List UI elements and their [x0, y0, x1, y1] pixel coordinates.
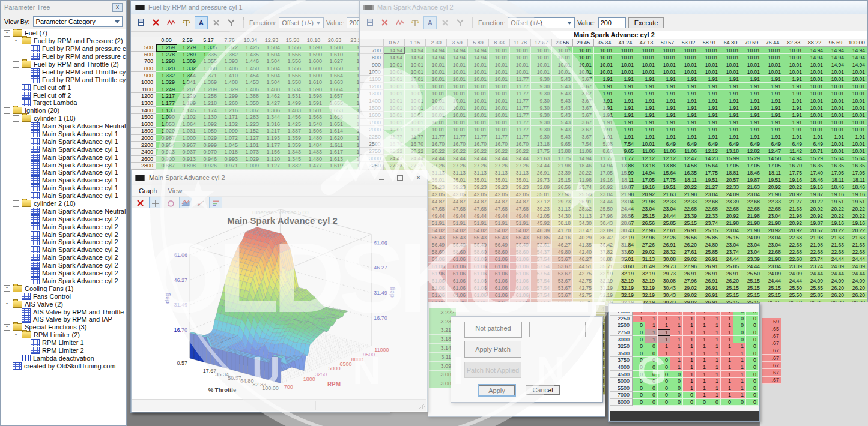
- table-cell[interactable]: 1.355: [198, 58, 219, 65]
- table-cell[interactable]: 1.91: [636, 97, 657, 104]
- row-header[interactable]: 2250: [360, 133, 384, 140]
- table-cell[interactable]: 26.20: [720, 277, 741, 284]
- tree-expander-icon[interactable]: -: [4, 107, 10, 114]
- table-cell[interactable]: 5.43: [552, 104, 573, 112]
- table-cell[interactable]: 16.70: [447, 140, 468, 148]
- table-cell[interactable]: 25.15: [678, 220, 699, 227]
- table-cell[interactable]: 1.91: [594, 126, 615, 133]
- table-cell[interactable]: 11.77: [426, 133, 447, 140]
- row-header[interactable]: 5000: [610, 378, 633, 385]
- table-cell[interactable]: 10.01: [741, 61, 762, 68]
- table-cell[interactable]: 15.29: [741, 155, 762, 162]
- table-cell[interactable]: 20.57: [804, 227, 825, 234]
- table-cell[interactable]: 1: [645, 322, 658, 329]
- table-cell[interactable]: 10.01: [636, 61, 657, 68]
- table-cell[interactable]: 1: [733, 350, 746, 358]
- table-cell[interactable]: 6.49: [741, 140, 762, 148]
- table-cell[interactable]: 54.02: [468, 227, 489, 234]
- table-cell[interactable]: 1.91: [657, 126, 678, 133]
- parameter-tree-titlebar[interactable]: Parameter Tree x: [1, 1, 126, 14]
- table-cell[interactable]: 1.217: [261, 128, 282, 135]
- table-cell[interactable]: 11.77: [384, 133, 405, 140]
- table-cell[interactable]: 53.67: [552, 270, 573, 277]
- table-cell[interactable]: 1: [683, 316, 696, 323]
- table-cell[interactable]: 1.127: [261, 163, 282, 170]
- table-cell[interactable]: 9.30: [531, 133, 552, 140]
- table-cell[interactable]: 31.13: [489, 169, 510, 176]
- table-cell[interactable]: 1: [733, 378, 746, 385]
- table-cell[interactable]: 24.44: [489, 155, 510, 162]
- tree-item[interactable]: Main Spark Advance Neutral cyl 2: [1, 207, 126, 215]
- table-cell[interactable]: 14.23: [699, 155, 720, 162]
- table-cell[interactable]: 20.22: [825, 212, 846, 220]
- table-cell[interactable]: 20.22: [846, 205, 867, 212]
- row-header[interactable]: 800: [131, 65, 156, 73]
- row-header[interactable]: 3250: [360, 162, 384, 169]
- table-cell[interactable]: 1.91: [594, 90, 615, 97]
- table-cell[interactable]: 1.504: [261, 72, 282, 79]
- table-cell[interactable]: 23.04: [720, 227, 741, 234]
- table-cell[interactable]: 0: [658, 357, 670, 364]
- table-cell[interactable]: 42.05: [489, 191, 510, 198]
- table-cell[interactable]: 10.01: [804, 90, 825, 97]
- table-cell[interactable]: 1.658: [324, 114, 345, 121]
- table-cell[interactable]: 22.33: [699, 212, 720, 220]
- table-cell[interactable]: 0.993: [219, 156, 240, 163]
- table-cell[interactable]: 25.50: [594, 205, 615, 212]
- table-cell[interactable]: 1.031: [177, 128, 198, 135]
- table-cell[interactable]: 39.23: [510, 184, 531, 191]
- table-cell[interactable]: 36.42: [594, 241, 615, 248]
- table-cell[interactable]: 1.388: [240, 93, 261, 100]
- table-cell[interactable]: 9.30: [531, 90, 552, 97]
- table-cell[interactable]: 1: [696, 364, 708, 371]
- table-cell[interactable]: 1.371: [198, 72, 219, 79]
- table-cell[interactable]: 21.63: [846, 234, 867, 241]
- table-cell[interactable]: 1.91: [762, 112, 783, 119]
- table-cell[interactable]: 1.91: [657, 112, 678, 119]
- table-cell[interactable]: 55.43: [510, 234, 531, 241]
- table-cell[interactable]: 41.35: [573, 241, 594, 248]
- table-cell[interactable]: 0: [733, 399, 746, 406]
- close-icon[interactable]: x: [112, 3, 123, 12]
- table-cell[interactable]: 24.44: [783, 277, 804, 284]
- table-cell[interactable]: 32.19: [594, 277, 615, 284]
- table-cell[interactable]: 10.01: [825, 90, 846, 97]
- table-cell[interactable]: 1: [683, 364, 696, 371]
- table-cell[interactable]: 53.67: [552, 284, 573, 292]
- row-header[interactable]: 1800: [360, 119, 384, 126]
- table-cell[interactable]: 10.01: [783, 47, 804, 54]
- table-cell[interactable]: 16.35: [804, 162, 825, 169]
- table-cell[interactable]: 10.01: [804, 104, 825, 112]
- table-cell[interactable]: 1.91: [594, 83, 615, 90]
- table-cell[interactable]: 51.91: [468, 220, 489, 227]
- table-cell[interactable]: 1.480: [303, 135, 324, 142]
- tree-item[interactable]: Main Spark Advance cyl 1: [1, 153, 126, 161]
- branch-icon[interactable]: [225, 16, 238, 29]
- table-cell[interactable]: 1.91: [783, 112, 804, 119]
- table-cell[interactable]: 9.65: [615, 148, 636, 155]
- table-cell[interactable]: 42.40: [573, 248, 594, 256]
- table-cell[interactable]: 1: [658, 343, 670, 350]
- table-cell[interactable]: 1.382: [219, 52, 240, 59]
- table-cell[interactable]: 1.101: [240, 142, 261, 149]
- table-cell[interactable]: 47.68: [426, 205, 447, 212]
- table-cell[interactable]: 61.06: [468, 292, 489, 299]
- table-cell[interactable]: 1.483: [303, 149, 324, 156]
- table-cell[interactable]: 61.06: [447, 292, 468, 299]
- table-cell[interactable]: 9.65: [552, 140, 573, 148]
- col-header[interactable]: 41.24: [615, 39, 636, 47]
- table-cell[interactable]: 9.30: [531, 104, 552, 112]
- table-cell[interactable]: 10.01: [657, 61, 678, 68]
- table-cell[interactable]: 32.19: [636, 292, 657, 299]
- table-cell[interactable]: 1: [670, 343, 683, 350]
- table-cell[interactable]: 19.16: [636, 184, 657, 191]
- table-cell[interactable]: 10.01: [699, 47, 720, 54]
- tree-item[interactable]: -RPM Limiter (2): [1, 331, 126, 339]
- table-cell[interactable]: 1: [658, 336, 670, 343]
- table-cell[interactable]: 0: [658, 364, 670, 371]
- save-icon[interactable]: [363, 16, 377, 29]
- table-cell[interactable]: 24.44: [405, 155, 426, 162]
- col-header[interactable]: 5.17: [198, 37, 219, 44]
- table-cell[interactable]: 1.91: [615, 83, 636, 90]
- table-cell[interactable]: 53.67: [552, 263, 573, 270]
